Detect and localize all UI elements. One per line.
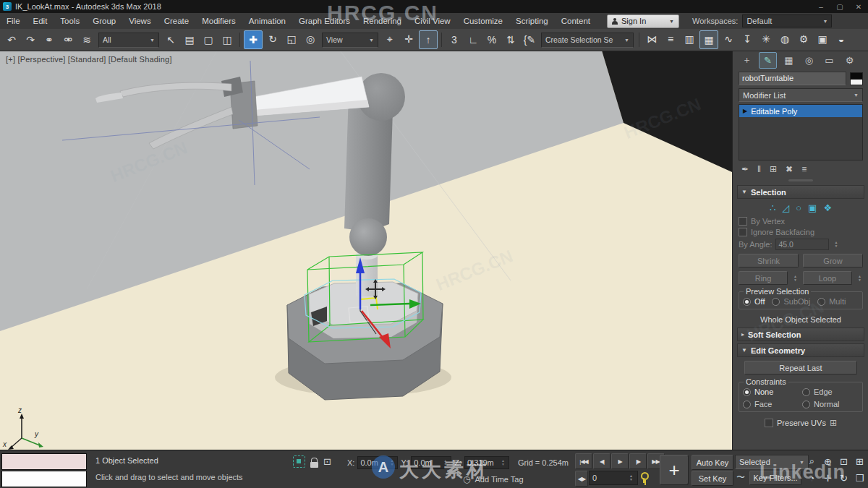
repeat-last-button[interactable]: Repeat Last bbox=[744, 361, 857, 374]
tab-hierarchy[interactable]: ▦ bbox=[780, 53, 797, 68]
tab-motion[interactable]: ◎ bbox=[801, 53, 817, 68]
object-color-swatch[interactable] bbox=[850, 72, 863, 85]
viewport-canvas[interactable]: z y x bbox=[0, 51, 732, 450]
select-and-scale-button[interactable]: ◱ bbox=[283, 30, 300, 48]
rollout-soft-selection-header[interactable]: ▸ Soft Selection bbox=[737, 328, 864, 341]
vertex-subobject-button[interactable]: ∴ bbox=[770, 202, 775, 213]
rollout-edit-geometry-header[interactable]: ▼ Edit Geometry bbox=[737, 343, 864, 357]
orbit-button[interactable]: ↻ bbox=[836, 470, 851, 486]
by-angle-field[interactable]: 45.0 bbox=[775, 239, 829, 250]
spinner-arrows-icon[interactable]: ▲▼ bbox=[442, 459, 448, 466]
loop-button[interactable]: Loop bbox=[803, 271, 852, 285]
y-coordinate-field[interactable]: 0.0m ▲▼ bbox=[411, 456, 451, 469]
select-and-link-button[interactable]: ⚭ bbox=[41, 31, 58, 48]
angle-snap-button[interactable]: ∟ bbox=[464, 31, 482, 48]
undo-button[interactable]: ↶ bbox=[3, 31, 20, 48]
rendered-frame-button[interactable]: ▣ bbox=[814, 30, 831, 48]
current-frame-field[interactable]: 0 ▲▼ bbox=[589, 471, 638, 485]
select-and-move-button[interactable]: ✚ bbox=[244, 30, 263, 49]
panel-resize-grip[interactable] bbox=[733, 178, 868, 183]
menu-content[interactable]: Content bbox=[555, 13, 597, 29]
listener-script-row[interactable] bbox=[1, 471, 87, 487]
maximize-viewport-button[interactable]: ❒ bbox=[852, 470, 867, 486]
go-to-start-button[interactable]: |◀◀ bbox=[575, 453, 592, 469]
auto-key-button[interactable]: Auto Key bbox=[692, 455, 733, 470]
previous-frame-button[interactable]: ◀| bbox=[593, 453, 610, 469]
preview-off-radio[interactable]: Off bbox=[743, 297, 765, 306]
grow-button[interactable]: Grow bbox=[803, 254, 863, 267]
set-keys-button[interactable]: + bbox=[660, 455, 689, 485]
menu-tools[interactable]: Tools bbox=[54, 13, 86, 29]
dope-sheet-button[interactable]: ↧ bbox=[739, 30, 756, 48]
scene-explorer-button[interactable]: ▥ bbox=[681, 30, 698, 48]
default-tangent-icon[interactable]: 〜 bbox=[735, 471, 746, 483]
border-subobject-button[interactable]: ○ bbox=[796, 202, 801, 213]
render-setup-button[interactable]: ⚙ bbox=[795, 30, 812, 48]
menu-civil-view[interactable]: Civil View bbox=[408, 13, 457, 29]
maxscript-mini-listener[interactable] bbox=[1, 453, 87, 487]
named-selection-sets-dropdown[interactable]: Create Selection Se ▼ bbox=[541, 33, 634, 48]
polygon-subobject-button[interactable]: ▣ bbox=[808, 202, 817, 213]
spinner-arrows-icon[interactable]: ▲▼ bbox=[388, 459, 395, 466]
tab-display[interactable]: ▭ bbox=[821, 53, 838, 68]
mirror-button[interactable]: ⋈ bbox=[643, 30, 660, 48]
use-pivot-point-center-button[interactable]: ⌖ bbox=[381, 30, 399, 48]
pin-stack-button[interactable]: ✒ bbox=[741, 164, 749, 174]
selection-lock-icon[interactable] bbox=[310, 458, 318, 468]
shrink-button[interactable]: Shrink bbox=[739, 254, 799, 267]
constraint-none-radio[interactable]: None bbox=[743, 388, 799, 396]
spinner-snap-button[interactable]: ⇅ bbox=[502, 31, 519, 48]
menu-edit[interactable]: Edit bbox=[27, 13, 54, 29]
select-and-place-button[interactable]: ◎ bbox=[302, 30, 319, 48]
pan-button[interactable]: ✛ bbox=[820, 470, 835, 486]
modifier-list-dropdown[interactable]: Modifier List ▼ bbox=[739, 88, 863, 102]
spinner-arrows-icon[interactable]: ▲▼ bbox=[856, 275, 863, 282]
by-vertex-checkbox[interactable]: By Vertex bbox=[739, 217, 863, 226]
spinner-arrows-icon[interactable]: ▲▼ bbox=[628, 474, 634, 481]
select-object-button[interactable]: ↖ bbox=[162, 31, 179, 48]
select-and-rotate-button[interactable]: ↻ bbox=[264, 30, 281, 48]
close-button[interactable]: ✕ bbox=[849, 3, 868, 11]
maximize-button[interactable]: ▢ bbox=[830, 3, 849, 11]
element-subobject-button[interactable]: ❖ bbox=[823, 202, 832, 213]
sign-in-button[interactable]: Sign In ▼ bbox=[607, 14, 679, 28]
menu-create[interactable]: Create bbox=[158, 13, 196, 29]
z-coordinate-field[interactable]: 0.319m ▲▼ bbox=[464, 456, 509, 469]
key-selected-dropdown[interactable]: Selected ▼ bbox=[735, 455, 809, 469]
align-button[interactable]: ≡ bbox=[662, 30, 679, 48]
preserve-uvs-checkbox[interactable]: Preserve UVs ⊞ bbox=[739, 418, 863, 428]
next-frame-button[interactable]: |▶ bbox=[629, 453, 647, 469]
ring-button[interactable]: Ring bbox=[739, 271, 788, 285]
reference-coordinate-dropdown[interactable]: View ▼ bbox=[322, 33, 378, 48]
selection-filter-dropdown[interactable]: All ▼ bbox=[98, 33, 159, 48]
listener-macro-row[interactable] bbox=[1, 453, 87, 470]
set-key-button[interactable]: Set Key bbox=[692, 471, 733, 486]
menu-animation[interactable]: Animation bbox=[242, 13, 292, 29]
preview-subobj-radio[interactable]: SubObj bbox=[772, 297, 810, 306]
isolate-selection-toggle[interactable] bbox=[293, 455, 305, 468]
expand-arrow-icon[interactable]: ▶ bbox=[743, 108, 747, 114]
zoom-extents-button[interactable]: ⊡ bbox=[836, 453, 851, 469]
object-name-field[interactable]: robotTurntable bbox=[739, 72, 846, 85]
key-mode-toggle[interactable]: ◀▶ bbox=[575, 471, 588, 487]
spinner-arrows-icon[interactable]: ▲▼ bbox=[500, 459, 506, 466]
constraint-edge-radio[interactable]: Edge bbox=[802, 388, 859, 396]
render-button[interactable]: ◒ bbox=[833, 30, 850, 48]
window-crossing-button[interactable]: ◫ bbox=[218, 31, 236, 48]
edit-named-selection-sets-button[interactable]: {✎ bbox=[521, 31, 538, 48]
percent-snap-button[interactable]: % bbox=[483, 31, 501, 48]
remove-modifier-button[interactable]: ✖ bbox=[786, 164, 793, 174]
x-coordinate-field[interactable]: 0.0m ▲▼ bbox=[357, 456, 398, 469]
add-time-tag[interactable]: ◷ Add Time Tag bbox=[463, 474, 524, 484]
curve-editor-button[interactable]: ∿ bbox=[720, 30, 737, 48]
make-unique-button[interactable]: ⊞ bbox=[770, 164, 777, 174]
preview-multi-radio[interactable]: Multi bbox=[817, 297, 846, 306]
keyboard-shortcut-override-button[interactable]: ↑ bbox=[419, 30, 438, 49]
snap-toggle-3d-button[interactable]: 3 bbox=[446, 31, 463, 48]
play-button[interactable]: ▶ bbox=[611, 453, 629, 469]
viewport-label[interactable]: [+] [Perspective] [Standard] [Default Sh… bbox=[6, 55, 172, 64]
preserve-uvs-settings-icon[interactable]: ⊞ bbox=[830, 418, 837, 428]
rollout-selection-header[interactable]: ▼ Selection bbox=[737, 185, 864, 199]
menu-modifiers[interactable]: Modifiers bbox=[195, 13, 242, 29]
spinner-arrows-icon[interactable]: ▲▼ bbox=[833, 241, 839, 248]
